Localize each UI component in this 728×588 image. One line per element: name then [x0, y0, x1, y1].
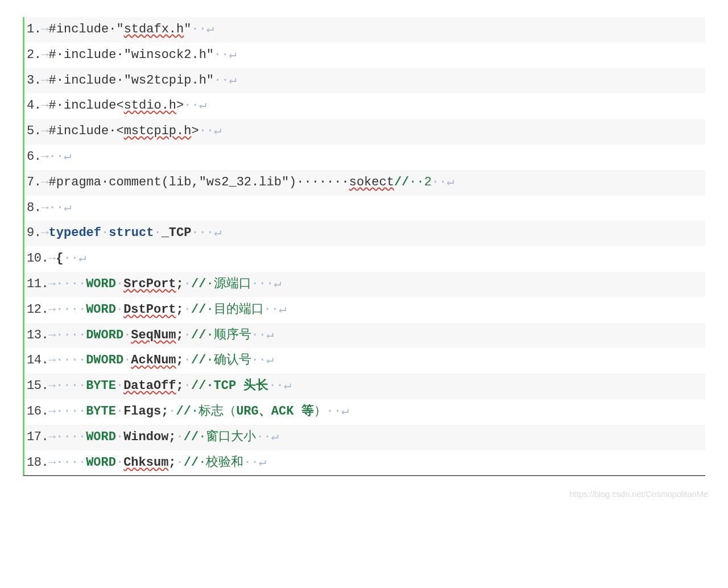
indent-dots: ····: [56, 352, 86, 370]
comment-text: ·: [409, 174, 416, 192]
tab-marker: →: [41, 47, 48, 64]
code-text: >: [191, 123, 198, 140]
tab-marker: →: [41, 72, 48, 90]
spellcheck-underline: stdafx.h: [124, 21, 184, 39]
code-line: 18.→····WORD·Chksum;·//·校验和··↵: [24, 450, 705, 476]
spellcheck-underline: SeqNum: [131, 327, 176, 345]
tab-marker: →: [48, 454, 56, 472]
eol-marker: ··↵: [49, 148, 72, 166]
comment-text: ）: [314, 403, 326, 421]
tab-marker: →: [48, 352, 56, 370]
comment-slashes: //: [184, 454, 198, 472]
comment-text: ·2: [417, 174, 432, 192]
code-line: 8.→··↵: [24, 196, 705, 221]
line-number: 7.: [27, 174, 41, 192]
indent-dots: ····: [56, 276, 86, 293]
dot: ·: [184, 352, 191, 370]
code-line: 9.→typedef·struct·_TCP···↵: [24, 221, 705, 246]
eol-marker: ··↵: [199, 123, 222, 140]
dot: ·: [191, 225, 198, 242]
tab-marker: →: [48, 276, 56, 293]
comment-text-bold: ·TCP 头长: [206, 378, 268, 395]
eol-marker: ··↵: [432, 174, 454, 192]
eol-marker: ··↵: [268, 378, 291, 395]
comment-text: ·顺序号: [206, 327, 251, 345]
spellcheck-underline: DataOff: [123, 378, 176, 395]
comment-text-bold: URG、ACK 等: [236, 403, 313, 421]
tab-marker: →: [48, 250, 56, 268]
line-number: 4.: [27, 97, 41, 115]
eol-marker: ··↵: [251, 352, 274, 370]
comment-slashes: //: [191, 352, 206, 370]
type-keyword: DWORD: [86, 352, 123, 370]
line-number: 5.: [27, 123, 41, 140]
eol-marker: ··↵: [256, 429, 279, 446]
comment-text: ·源端口: [206, 276, 251, 293]
indent-dots: ····: [56, 378, 86, 395]
dot: ·: [168, 403, 176, 421]
spellcheck-underline: mstcpip.h: [124, 123, 192, 140]
brace: {: [56, 250, 63, 268]
code-line: 1.→#include·"stdafx.h"··↵: [24, 17, 705, 43]
code-text: >: [176, 97, 184, 115]
identifier: Window;: [123, 429, 176, 446]
comment-slashes: //: [191, 276, 206, 293]
indent-dots: ····: [56, 327, 86, 345]
dot: ·: [116, 454, 123, 472]
tab-marker: →: [41, 148, 48, 166]
comment-text: ·窗口大小: [198, 429, 256, 446]
line-number: 11.: [27, 276, 48, 293]
code-text: #·include·"winsock2.h": [49, 47, 214, 64]
indent-dots: ····: [56, 403, 86, 421]
comment-slashes: //: [191, 378, 206, 395]
code-line: 16.→····BYTE·Flags;·//·标志（URG、ACK 等）··↵: [24, 399, 705, 425]
eol-marker: ··↵: [264, 301, 287, 319]
spellcheck-underline: Chksum: [123, 454, 168, 472]
semicolon: ;: [176, 301, 184, 319]
type-keyword: WORD: [86, 301, 116, 319]
code-line: 11.→····WORD·SrcPort;·//·源端口···↵: [24, 272, 705, 297]
eol-marker: ··↵: [326, 403, 349, 421]
spellcheck-underline: AckNum: [131, 352, 176, 370]
type-keyword: WORD: [86, 276, 116, 293]
comment-text: ·目的端口: [206, 301, 263, 319]
keyword: struct: [109, 225, 154, 242]
eol-marker: ··↵: [64, 250, 86, 268]
eol-marker: ··↵: [243, 454, 266, 472]
eol-marker: ··↵: [214, 47, 237, 64]
identifier: _TCP: [162, 225, 192, 242]
tab-marker: →: [41, 123, 48, 140]
line-number: 9.: [27, 225, 41, 242]
dot: ·: [176, 454, 184, 472]
line-number: 2.: [27, 47, 41, 64]
line-number: 3.: [27, 72, 41, 90]
line-number: 18.: [27, 454, 48, 472]
eol-marker: ··↵: [199, 225, 222, 242]
identifier: Flags;: [123, 403, 168, 421]
keyword: typedef: [49, 225, 101, 242]
eol-marker: ··↵: [184, 97, 206, 115]
tab-marker: →: [41, 97, 48, 115]
code-line: 6.→··↵: [24, 144, 705, 170]
semicolon: ;: [176, 327, 184, 345]
dot: ·: [184, 378, 191, 395]
code-line: 4.→#·include<stdio.h>··↵: [24, 93, 705, 119]
code-line: 7.→#pragma·comment(lib,"ws2_32.lib")····…: [24, 170, 705, 196]
tab-marker: →: [48, 403, 56, 421]
code-line: 13.→····DWORD·SeqNum;·//·顺序号··↵: [24, 323, 705, 349]
dot: ·: [123, 352, 131, 370]
tab-marker: →: [48, 429, 56, 446]
line-number: 8.: [27, 200, 41, 217]
type-keyword: DWORD: [86, 327, 123, 345]
code-text: #·include·"ws2tcpip.h": [49, 72, 214, 90]
line-number: 16.: [27, 403, 48, 421]
tab-marker: →: [48, 327, 56, 345]
tab-marker: →: [41, 200, 48, 217]
code-text: ": [184, 21, 191, 39]
type-keyword: BYTE: [86, 378, 116, 395]
line-number: 12.: [27, 301, 48, 319]
line-number: 17.: [27, 429, 48, 446]
dot: ·: [116, 403, 123, 421]
line-number: 15.: [27, 378, 48, 395]
dot: ·: [116, 276, 123, 293]
